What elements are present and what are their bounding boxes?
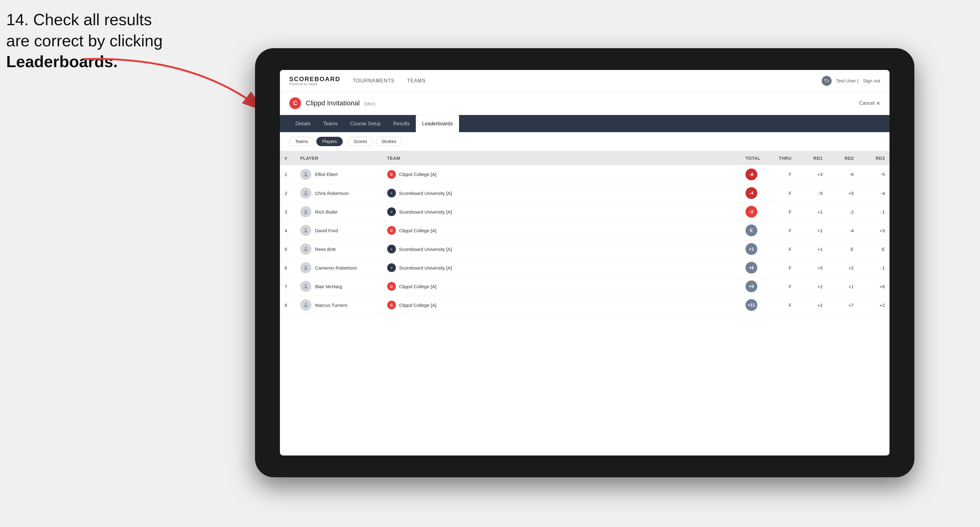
svg-point-6 bbox=[305, 265, 307, 268]
tournament-title: Clippd Invitational (Men) bbox=[306, 99, 859, 107]
row-thru: F bbox=[765, 165, 796, 184]
filter-players[interactable]: Players bbox=[316, 137, 343, 146]
row-player: Cameron Robertson bbox=[296, 259, 383, 277]
team-icon: ≡ bbox=[387, 189, 396, 197]
tab-nav: Details Teams Course Setup Results Leade… bbox=[280, 115, 889, 132]
row-team: ≡ Scoreboard University [A] bbox=[383, 184, 728, 202]
row-rd3: -1 bbox=[858, 202, 889, 221]
row-rd1: +2 bbox=[796, 277, 827, 296]
score-badge: E bbox=[746, 224, 757, 236]
player-name: Chris Robertson bbox=[315, 190, 348, 196]
row-total: +1 bbox=[728, 240, 765, 259]
row-rd1: +1 bbox=[796, 221, 827, 240]
sign-out-link[interactable]: Sign out bbox=[863, 78, 880, 83]
row-rd2: -4 bbox=[827, 221, 858, 240]
row-rd2: +1 bbox=[827, 277, 858, 296]
svg-point-4 bbox=[305, 228, 307, 230]
table-header-row: # PLAYER TEAM TOTAL THRU RD1 RD2 RD3 bbox=[280, 151, 889, 165]
team-icon: C bbox=[387, 170, 396, 179]
col-team: TEAM bbox=[383, 151, 728, 165]
row-thru: F bbox=[765, 202, 796, 221]
team-icon: ≡ bbox=[387, 207, 396, 216]
tab-teams[interactable]: Teams bbox=[317, 115, 344, 132]
row-team: C Clippd College [A] bbox=[383, 221, 728, 240]
col-player: PLAYER bbox=[296, 151, 383, 165]
tab-leaderboards[interactable]: Leaderboards bbox=[416, 115, 459, 132]
row-player: David Ford bbox=[296, 221, 383, 240]
player-avatar bbox=[300, 187, 311, 199]
row-rd3: -4 bbox=[858, 184, 889, 202]
team-name: Clippd College [A] bbox=[399, 171, 436, 177]
row-rd1: -5 bbox=[796, 184, 827, 202]
team-name: Scoreboard University [A] bbox=[399, 209, 452, 214]
row-team: ≡ Scoreboard University [A] bbox=[383, 259, 728, 277]
table-row: 6 Cameron Robertson ≡ Scoreboard Univers… bbox=[280, 259, 889, 277]
row-team: ≡ Scoreboard University [A] bbox=[383, 240, 728, 259]
logo-area: SCOREBOARD Powered by clippd bbox=[289, 76, 340, 86]
tournament-badge: (Men) bbox=[364, 102, 376, 106]
user-name: Test User | bbox=[836, 78, 858, 83]
team-name: Clippd College [A] bbox=[399, 228, 436, 233]
table-row: 1 Elliot Ebert C Clippd College [A] -8F+… bbox=[280, 165, 889, 184]
col-rd2: RD2 bbox=[827, 151, 858, 165]
player-name: Rich Butler bbox=[315, 209, 338, 214]
row-total: E bbox=[728, 221, 765, 240]
row-total: +9 bbox=[728, 277, 765, 296]
cancel-button[interactable]: Cancel ✕ bbox=[859, 100, 880, 106]
row-thru: F bbox=[765, 277, 796, 296]
row-num: 5 bbox=[280, 240, 296, 259]
table-row: 5 Rees Britt ≡ Scoreboard University [A]… bbox=[280, 240, 889, 259]
logo-text: SCOREBOARD bbox=[289, 76, 340, 82]
row-num: 4 bbox=[280, 221, 296, 240]
nav-tournaments[interactable]: TOURNAMENTS bbox=[353, 76, 395, 85]
row-team: C Clippd College [A] bbox=[383, 277, 728, 296]
team-name: Scoreboard University [A] bbox=[399, 190, 452, 196]
row-rd1: +3 bbox=[796, 165, 827, 184]
row-total: +6 bbox=[728, 259, 765, 277]
row-rd2: +2 bbox=[827, 259, 858, 277]
logo-sub: Powered by clippd bbox=[289, 82, 340, 86]
tab-details[interactable]: Details bbox=[289, 115, 317, 132]
row-player: Chris Robertson bbox=[296, 184, 383, 202]
player-name: Blair McHarg bbox=[315, 284, 342, 289]
row-rd3: E bbox=[858, 240, 889, 259]
team-name: Clippd College [A] bbox=[399, 303, 436, 308]
team-icon: C bbox=[387, 226, 396, 235]
player-avatar bbox=[300, 243, 311, 255]
score-badge: -2 bbox=[746, 206, 757, 217]
table-row: 8 Marcus Turners C Clippd College [A] +1… bbox=[280, 296, 889, 314]
row-rd1: +2 bbox=[796, 296, 827, 314]
row-rd2: -2 bbox=[827, 202, 858, 221]
player-name: Rees Britt bbox=[315, 246, 336, 252]
row-thru: F bbox=[765, 240, 796, 259]
row-thru: F bbox=[765, 184, 796, 202]
row-thru: F bbox=[765, 259, 796, 277]
tab-course-setup[interactable]: Course Setup bbox=[344, 115, 387, 132]
row-thru: F bbox=[765, 296, 796, 314]
col-rd1: RD1 bbox=[796, 151, 827, 165]
filter-strokes[interactable]: Strokes bbox=[376, 137, 402, 146]
row-num: 8 bbox=[280, 296, 296, 314]
team-icon: ≡ bbox=[387, 264, 396, 272]
score-badge: +9 bbox=[746, 281, 757, 292]
tablet-screen: SCOREBOARD Powered by clippd TOURNAMENTS… bbox=[280, 70, 889, 456]
row-total: -4 bbox=[728, 184, 765, 202]
row-num: 3 bbox=[280, 202, 296, 221]
nav-teams[interactable]: TEAMS bbox=[407, 76, 426, 85]
filter-scores[interactable]: Scores bbox=[348, 137, 373, 146]
filter-teams[interactable]: Teams bbox=[289, 137, 314, 146]
nav-right: TU Test User | Sign out bbox=[822, 76, 880, 86]
player-avatar bbox=[300, 299, 311, 311]
table-row: 4 David Ford C Clippd College [A] EF+1-4… bbox=[280, 221, 889, 240]
table-row: 2 Chris Robertson ≡ Scoreboard Universit… bbox=[280, 184, 889, 202]
row-total: +11 bbox=[728, 296, 765, 314]
row-rd1: +1 bbox=[796, 240, 827, 259]
filter-row: Teams Players Scores Strokes bbox=[280, 132, 889, 151]
row-num: 1 bbox=[280, 165, 296, 184]
svg-point-8 bbox=[305, 303, 307, 305]
team-icon: ≡ bbox=[387, 245, 396, 253]
row-rd3: +3 bbox=[858, 221, 889, 240]
row-team: C Clippd College [A] bbox=[383, 165, 728, 184]
leaderboard-table: # PLAYER TEAM TOTAL THRU RD1 RD2 RD3 1 bbox=[280, 151, 889, 456]
tab-results[interactable]: Results bbox=[387, 115, 416, 132]
